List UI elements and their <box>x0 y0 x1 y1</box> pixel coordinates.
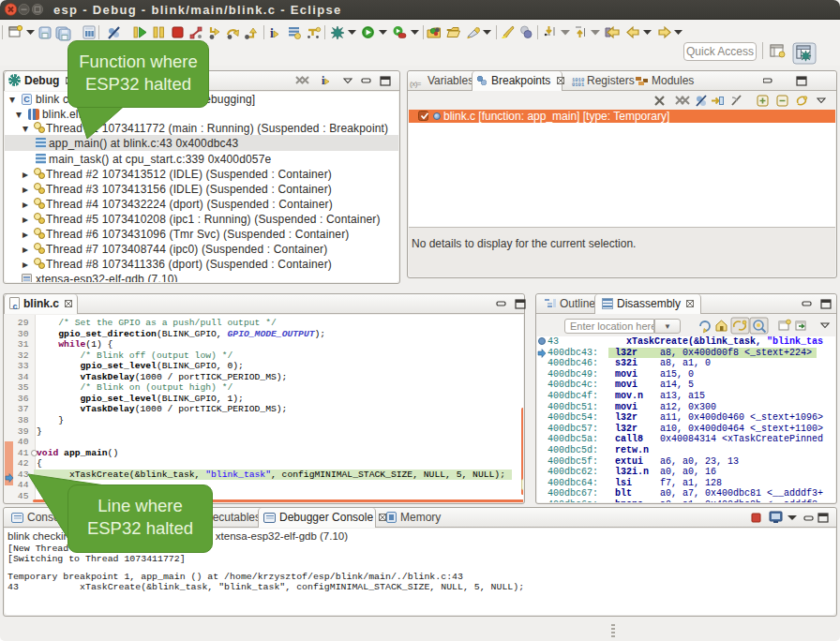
svg-text:i: i <box>270 26 274 40</box>
